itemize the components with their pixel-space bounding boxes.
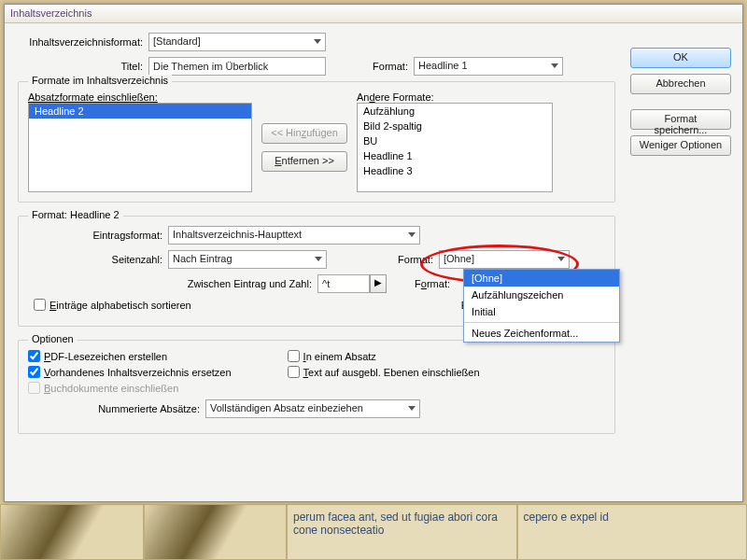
cancel-button[interactable]: Abbrechen bbox=[630, 74, 731, 94]
include-formats-label: Absatzformate einschließen: bbox=[28, 91, 252, 103]
entry-format-legend: Format: Headline 2 bbox=[28, 209, 123, 220]
options-group: Optionen PDF-Lesezeichen erstellen Vorha… bbox=[18, 340, 615, 434]
toc-format-label: Inhaltsverzeichnisformat: bbox=[18, 36, 148, 48]
between-format-label: Format: bbox=[396, 278, 456, 289]
add-button: << << HinzufügenHinzufügen bbox=[261, 123, 347, 144]
bg-photo-1 bbox=[0, 504, 144, 560]
dropdown-option[interactable]: Initial bbox=[464, 303, 619, 320]
page-number-format-combo[interactable]: [Ohne] bbox=[439, 250, 570, 269]
numbered-paragraphs-combo[interactable]: Vollständigen Absatz einbeziehen bbox=[205, 399, 420, 418]
one-paragraph-checkbox[interactable] bbox=[288, 350, 300, 362]
title-format-label: Format: bbox=[348, 61, 414, 72]
entry-format-combo[interactable]: Inhaltsverzeichnis-Haupttext bbox=[168, 226, 420, 245]
toc-format-combo[interactable]: [Standard] bbox=[148, 33, 326, 51]
toc-dialog: Inhaltsverzeichnis OK Abbrechen Format s… bbox=[4, 4, 743, 502]
dropdown-option[interactable]: [Ohne] bbox=[464, 270, 619, 287]
list-item[interactable]: Headline 3 bbox=[358, 163, 552, 178]
bg-text-1: perum facea ant, sed ut fugiae abori cor… bbox=[287, 504, 517, 560]
between-input[interactable] bbox=[317, 274, 370, 293]
between-label: Zwischen Eintrag und Zahl: bbox=[28, 278, 317, 289]
dropdown-separator bbox=[464, 322, 619, 323]
included-formats-list[interactable]: Headline 2 bbox=[28, 103, 252, 192]
numbered-paragraphs-label: Nummerierte Absätze: bbox=[28, 403, 205, 414]
sort-checkbox-row: Einträge alphabetisch sortieren bbox=[34, 299, 191, 311]
other-formats-label: Andere Formate: bbox=[357, 91, 553, 103]
replace-toc-label: Vorhandenes Inhaltsverzeichnis ersetzen bbox=[44, 367, 232, 378]
list-item[interactable]: BU bbox=[358, 133, 552, 148]
hidden-layers-checkbox[interactable] bbox=[288, 366, 300, 378]
pdf-bookmarks-checkbox[interactable] bbox=[28, 350, 40, 362]
formats-legend: Formate im Inhaltsverzeichnis bbox=[28, 75, 172, 86]
list-item[interactable]: Aufzählung bbox=[358, 104, 552, 119]
list-item[interactable]: Headline 1 bbox=[358, 148, 552, 163]
other-formats-list[interactable]: Aufzählung Bild 2-spaltig BU Headline 1 … bbox=[357, 103, 553, 192]
char-format-dropdown[interactable]: [Ohne] Aufzählungszeichen Initial Neues … bbox=[463, 269, 620, 343]
options-legend: Optionen bbox=[28, 333, 78, 344]
ok-button[interactable]: OK bbox=[630, 48, 731, 68]
dialog-title: Inhaltsverzeichnis bbox=[5, 5, 742, 23]
sort-alphabetically-checkbox[interactable] bbox=[34, 299, 46, 311]
remove-button[interactable]: Entfernen >> bbox=[261, 151, 347, 172]
title-label: Titel: bbox=[18, 61, 148, 72]
entry-format-group: Format: Headline 2 Eintragsformat: Inhal… bbox=[18, 216, 615, 327]
book-docs-checkbox bbox=[28, 382, 40, 394]
bg-photo-2 bbox=[144, 504, 288, 560]
one-paragraph-label: In einem Absatz bbox=[303, 351, 376, 362]
save-format-button[interactable]: Format speichern... bbox=[630, 109, 731, 130]
entry-format-label: Eintragsformat: bbox=[28, 230, 168, 241]
between-flyout-button[interactable]: ▶ bbox=[370, 274, 387, 293]
page-number-format-label: Format: bbox=[336, 254, 439, 265]
replace-toc-checkbox[interactable] bbox=[28, 366, 40, 378]
page-number-combo[interactable]: Nach Eintrag bbox=[168, 250, 327, 269]
dropdown-new-format[interactable]: Neues Zeichenformat... bbox=[464, 325, 619, 342]
pdf-bookmarks-label: PDF-Lesezeichen erstellen bbox=[44, 351, 167, 362]
list-item[interactable]: Bild 2-spaltig bbox=[358, 119, 552, 133]
sort-alphabetically-label: Einträge alphabetisch sortieren bbox=[49, 300, 191, 311]
title-format-combo[interactable]: Headline 1 bbox=[414, 57, 563, 76]
dialog-button-column: OK Abbrechen Format speichern... Weniger… bbox=[630, 48, 733, 156]
title-input[interactable] bbox=[148, 57, 326, 76]
background-document-strip: perum facea ant, sed ut fugiae abori cor… bbox=[0, 504, 747, 560]
formats-group: Formate im Inhaltsverzeichnis Absatzform… bbox=[18, 81, 615, 203]
hidden-layers-label: Text auf ausgebl. Ebenen einschließen bbox=[303, 367, 480, 378]
fewer-options-button[interactable]: Weniger Optionen bbox=[630, 135, 731, 156]
book-docs-label: Buchdokumente einschließen bbox=[44, 383, 178, 394]
dropdown-option[interactable]: Aufzählungszeichen bbox=[464, 287, 619, 303]
list-item[interactable]: Headline 2 bbox=[29, 104, 251, 119]
bg-text-2: cepero e expel id bbox=[517, 504, 748, 560]
page-number-label: Seitenzahl: bbox=[28, 254, 168, 265]
